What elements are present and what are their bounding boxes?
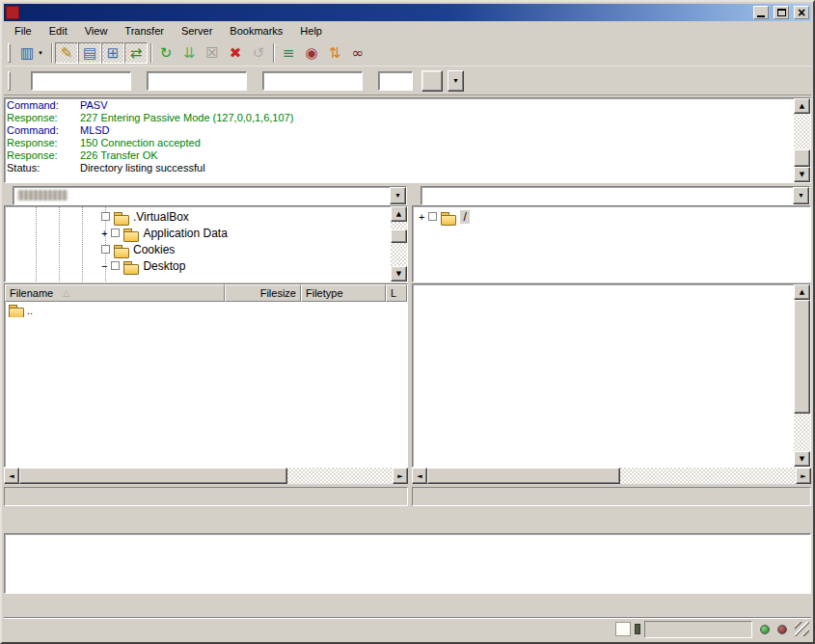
hscroll-thumb[interactable]	[427, 468, 620, 484]
tree-scroll-track[interactable]	[391, 243, 407, 266]
find-button[interactable]: ∞	[346, 42, 369, 64]
menu-item[interactable]: View	[76, 22, 117, 40]
toolbar-separator[interactable]	[148, 42, 154, 64]
reconnect-button[interactable]: ↺	[247, 42, 270, 64]
tree-scroll-thumb[interactable]	[391, 229, 407, 243]
port-input[interactable]	[378, 71, 413, 91]
process-queue-icon: ⇊	[183, 44, 196, 62]
hscroll-track[interactable]	[287, 468, 393, 484]
filename-cell: ..	[5, 304, 225, 317]
compare-button[interactable]: ◉	[300, 42, 323, 64]
list-scroll-thumb[interactable]	[794, 300, 810, 414]
file-row[interactable]: ..	[5, 302, 407, 318]
menu-item[interactable]: Bookmarks	[221, 22, 291, 40]
toggle-message-log-button[interactable]: ✎	[55, 42, 78, 64]
local-site-path[interactable]	[14, 187, 390, 204]
menu-item[interactable]: Edit	[41, 22, 76, 40]
toolbar-separator[interactable]	[270, 42, 277, 64]
local-tree-scrollbar[interactable]: ▲ ▼	[391, 206, 407, 282]
menu-item[interactable]: Help	[291, 22, 331, 40]
remote-list-scrollbar[interactable]: ▲ ▼	[794, 284, 810, 467]
host-input[interactable]	[31, 71, 131, 91]
disconnect-icon: ✖	[230, 44, 242, 62]
remote-tree-items: /	[413, 208, 810, 225]
hscroll-track[interactable]	[620, 468, 796, 484]
sync-browse-button[interactable]: ⇅	[323, 42, 346, 64]
log-scroll-thumb[interactable]	[794, 149, 810, 167]
scroll-down-icon[interactable]: ▼	[794, 167, 810, 182]
tree-expander-icon[interactable]	[101, 245, 110, 254]
column-header[interactable]: Filename △	[5, 284, 225, 302]
scroll-up-icon[interactable]: ▲	[391, 206, 407, 222]
close-button[interactable]	[794, 6, 809, 19]
status-bar	[4, 617, 811, 640]
menu-bar: File Edit View Transfer Server Bookmarks…	[4, 21, 811, 40]
menu-item-label: Help	[300, 25, 322, 37]
tree-expander-icon[interactable]	[428, 212, 437, 221]
folder-icon	[114, 210, 129, 224]
scroll-down-icon[interactable]: ▼	[794, 451, 810, 467]
cancel-button[interactable]: ☒	[201, 42, 224, 64]
list-scroll-track[interactable]	[794, 414, 810, 451]
quickconnect-gripper[interactable]	[8, 71, 11, 91]
tree-item[interactable]: Desktop	[5, 257, 391, 274]
toolbar-separator[interactable]	[48, 42, 55, 64]
local-site-combobox[interactable]: ▼	[13, 186, 407, 205]
remote-site-path[interactable]	[421, 187, 793, 204]
log-scrollbar[interactable]: ▲ ▼	[794, 98, 810, 182]
column-header[interactable]: Filesize △	[225, 284, 301, 302]
filter-button[interactable]: ≡	[277, 42, 300, 64]
tree-expander-icon[interactable]	[101, 212, 110, 221]
log-scroll-track[interactable]	[794, 114, 810, 149]
transfer-type-indicator-icon	[615, 622, 631, 636]
toggle-local-tree-button[interactable]: ▤	[78, 42, 101, 64]
remote-site-combobox[interactable]: ▼	[421, 186, 810, 205]
log-line-text: 226 Transfer OK	[80, 149, 158, 162]
maximize-button[interactable]	[774, 6, 789, 19]
tree-item[interactable]: Application Data	[5, 225, 391, 241]
scroll-up-icon[interactable]: ▲	[794, 284, 810, 300]
toggle-queue-button[interactable]: ⇄	[124, 42, 148, 64]
password-input[interactable]	[262, 71, 363, 91]
quickconnect-dropdown-button[interactable]: ▼	[448, 70, 464, 92]
refresh-button[interactable]: ↻	[154, 42, 177, 64]
scroll-right-icon[interactable]: ►	[393, 468, 408, 484]
site-manager-button[interactable]: ▥	[15, 42, 48, 64]
menu-item[interactable]: Server	[173, 22, 221, 40]
local-site-dropdown-button[interactable]: ▼	[390, 187, 406, 204]
hscroll-thumb[interactable]	[19, 468, 287, 484]
menu-item[interactable]: Transfer	[116, 22, 173, 40]
menu-item[interactable]: File	[6, 22, 41, 40]
scroll-left-icon[interactable]: ◄	[412, 468, 427, 484]
local-list-header: Filename △ Filesize △ Filetype △	[5, 284, 407, 302]
find-icon: ∞	[352, 44, 365, 62]
remote-site-dropdown-button[interactable]: ▼	[793, 187, 809, 204]
username-input[interactable]	[147, 71, 247, 91]
resize-grip[interactable]	[795, 622, 809, 636]
tree-item[interactable]: Cookies	[5, 241, 391, 257]
scroll-down-icon[interactable]: ▼	[391, 266, 407, 282]
local-site-bar: ▼	[4, 185, 408, 205]
minimize-button[interactable]	[753, 6, 769, 19]
sort-ascending-icon: △	[63, 288, 69, 298]
column-header-label: Filetype	[306, 287, 343, 299]
local-horizontal-scrollbar[interactable]: ◄ ►	[4, 468, 408, 484]
column-header[interactable]: L △	[386, 284, 407, 302]
process-queue-button[interactable]: ⇊	[177, 42, 201, 64]
scroll-up-icon[interactable]: ▲	[794, 98, 810, 114]
tree-expander-icon[interactable]	[111, 228, 120, 237]
column-header[interactable]: Filetype △	[301, 284, 386, 302]
title-bar[interactable]	[4, 4, 811, 21]
disconnect-button[interactable]: ✖	[224, 42, 247, 64]
toggle-remote-tree-button[interactable]: ⊞	[101, 42, 124, 64]
toolbar-gripper[interactable]	[8, 43, 11, 63]
tree-scroll-track[interactable]	[391, 222, 407, 229]
minimize-icon	[757, 15, 765, 17]
tree-item[interactable]: /	[413, 208, 810, 225]
remote-horizontal-scrollbar[interactable]: ◄ ►	[412, 468, 811, 484]
quickconnect-button[interactable]	[421, 70, 443, 92]
scroll-left-icon[interactable]: ◄	[4, 468, 19, 484]
tree-expander-icon[interactable]	[111, 261, 120, 270]
tree-item[interactable]: .VirtualBox	[5, 208, 391, 225]
scroll-right-icon[interactable]: ►	[796, 468, 811, 484]
